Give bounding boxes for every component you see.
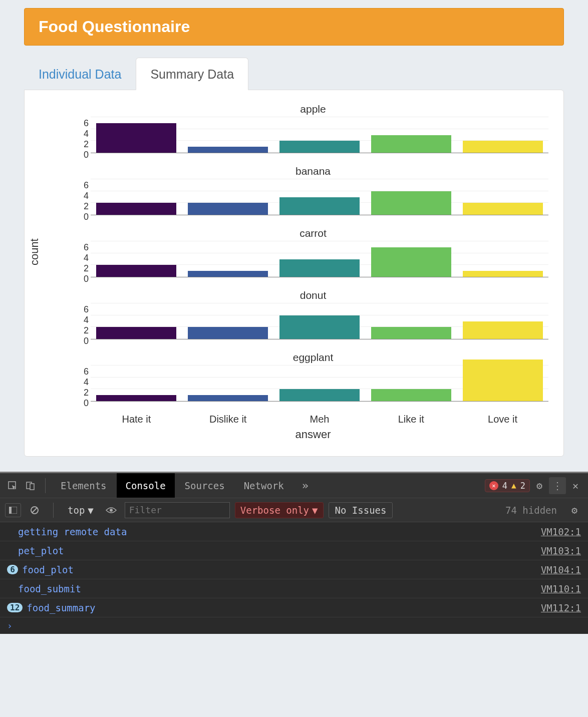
bar	[279, 197, 360, 215]
chevron-down-icon: ▼	[312, 505, 318, 516]
gear-icon[interactable]: ⚙	[566, 502, 583, 519]
chart-facet: donut6420	[78, 289, 548, 347]
bar	[279, 389, 360, 401]
facet-title: carrot	[78, 227, 548, 239]
bar	[463, 203, 543, 215]
console-row[interactable]: 12food_summaryVM112:1	[0, 598, 588, 617]
x-tick: Hate it	[91, 414, 182, 425]
y-ticks: 6420	[78, 303, 91, 347]
bar	[96, 123, 176, 153]
devtools-tabbar: Elements Console Sources Network » ✕4 ▲2…	[0, 473, 588, 498]
tab-individual-data[interactable]: Individual Data	[24, 58, 136, 90]
chevron-down-icon: ▼	[88, 505, 93, 516]
error-count: 4	[502, 481, 507, 491]
hidden-count[interactable]: 74 hidden	[501, 505, 561, 516]
y-ticks: 6420	[78, 241, 91, 285]
log-message: getting remote data	[18, 526, 127, 537]
source-link[interactable]: VM104:1	[541, 564, 581, 575]
chart-facet: carrot6420	[78, 227, 548, 285]
bar	[371, 327, 451, 339]
y-ticks: 6420	[78, 366, 91, 410]
x-tick: Love it	[457, 414, 548, 425]
x-tick: Dislike it	[182, 414, 274, 425]
bar	[371, 191, 451, 215]
eye-icon[interactable]	[103, 502, 120, 519]
console-row[interactable]: food_submitVM110:1	[0, 579, 588, 598]
devtools-tab-network[interactable]: Network	[235, 473, 293, 498]
gear-icon[interactable]: ⚙	[531, 477, 548, 494]
log-message: pet_plot	[18, 545, 64, 556]
repeat-count-badge: 12	[7, 603, 23, 612]
repeat-count-badge: 6	[7, 565, 18, 574]
devtools-tab-elements[interactable]: Elements	[52, 473, 116, 498]
bar	[463, 321, 543, 339]
plot-area	[91, 117, 548, 153]
kebab-menu-icon[interactable]: ⋮	[549, 477, 566, 494]
bar	[371, 135, 451, 153]
divider	[53, 503, 54, 518]
issues-button[interactable]: No Issues	[329, 502, 393, 518]
y-axis-label: count	[28, 238, 41, 265]
facet-title: banana	[78, 165, 548, 177]
console-toolbar: top▼ Verbose only▼ No Issues 74 hidden ⚙	[0, 498, 588, 522]
x-tick: Meh	[274, 414, 366, 425]
bar	[96, 327, 176, 339]
svg-point-7	[110, 509, 113, 512]
svg-line-6	[32, 508, 37, 513]
bar	[463, 141, 543, 153]
plot-area	[91, 241, 548, 277]
chart-facet: apple6420	[78, 103, 548, 161]
plot-area	[91, 303, 548, 339]
tab-panel-summary: count apple6420banana6420carrot6420donut…	[24, 90, 564, 457]
source-link[interactable]: VM102:1	[541, 526, 581, 537]
devtools-tab-sources[interactable]: Sources	[176, 473, 234, 498]
bar	[188, 395, 268, 401]
y-ticks: 6420	[78, 179, 91, 223]
clear-console-icon[interactable]	[26, 502, 43, 519]
bar	[279, 141, 360, 153]
console-row[interactable]: 6food_plotVM104:1	[0, 560, 588, 579]
devtools-tab-console[interactable]: Console	[117, 473, 175, 498]
error-warning-badges[interactable]: ✕4 ▲2	[485, 479, 530, 492]
console-row[interactable]: pet_plotVM103:1	[0, 541, 588, 560]
device-toggle-icon[interactable]	[22, 477, 39, 494]
source-link[interactable]: VM112:1	[541, 602, 581, 613]
log-message: food_plot	[22, 564, 74, 575]
tab-summary-data[interactable]: Summary Data	[136, 58, 248, 90]
more-tabs-icon[interactable]: »	[294, 479, 317, 492]
filter-input[interactable]	[125, 502, 230, 518]
tab-label: Summary Data	[150, 67, 234, 81]
source-link[interactable]: VM103:1	[541, 545, 581, 556]
plot-area	[91, 366, 548, 402]
bar	[463, 360, 543, 401]
devtools-panel: Elements Console Sources Network » ✕4 ▲2…	[0, 472, 588, 634]
bar	[463, 271, 543, 277]
console-row[interactable]: getting remote dataVM102:1	[0, 522, 588, 541]
console-output: getting remote dataVM102:1pet_plotVM103:…	[0, 522, 588, 617]
tabset: Individual Data Summary Data	[24, 58, 564, 90]
sidebar-toggle-icon[interactable]	[5, 503, 21, 517]
inspect-icon[interactable]	[4, 477, 21, 494]
log-level-selector[interactable]: Verbose only▼	[235, 502, 324, 518]
error-icon: ✕	[489, 481, 498, 490]
divider	[45, 478, 46, 493]
x-axis-label: answer	[78, 428, 548, 441]
tab-label: Individual Data	[39, 67, 121, 81]
context-selector[interactable]: top▼	[64, 503, 98, 517]
close-icon[interactable]: ✕	[567, 477, 584, 494]
bar	[188, 203, 268, 215]
faceted-bar-chart: count apple6420banana6420carrot6420donut…	[40, 103, 548, 441]
app-content: Food Questionnaire Individual Data Summa…	[0, 0, 588, 472]
bar	[279, 315, 360, 339]
page-title: Food Questionnaire	[39, 18, 190, 36]
x-tick: Like it	[365, 414, 457, 425]
console-prompt[interactable]: ›	[0, 617, 588, 634]
source-link[interactable]: VM110:1	[541, 583, 581, 594]
warning-count: 2	[520, 481, 525, 491]
log-message: food_submit	[18, 583, 81, 594]
page-title-banner: Food Questionnaire	[24, 8, 564, 46]
bar	[188, 147, 268, 153]
svg-rect-4	[9, 507, 12, 514]
x-axis: Hate itDislike itMehLike itLove it	[91, 414, 548, 425]
bar	[188, 271, 268, 277]
